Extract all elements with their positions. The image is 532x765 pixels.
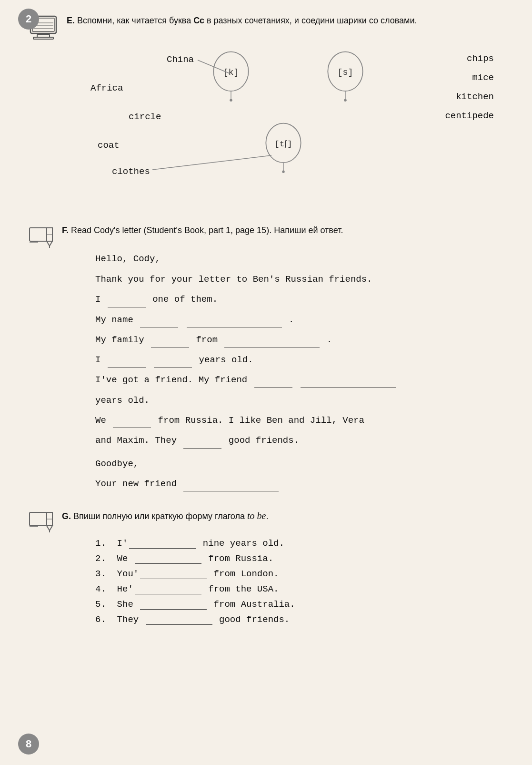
balloon-ch: [tʃ] [262,121,305,173]
balloon-k: [k] [210,50,252,102]
blank-g3[interactable] [140,571,207,579]
blank-6[interactable] [108,359,146,367]
blank-signoff[interactable] [183,483,279,491]
blank-8[interactable] [254,379,292,388]
svg-rect-21 [30,228,47,241]
word-africa: Africa [90,83,123,93]
exercise-item-6: 6. They good friends. [95,614,503,625]
blank-4[interactable] [151,339,189,347]
svg-marker-31 [47,526,52,530]
page-number-bottom: 8 [18,734,39,755]
section-g-label: G. [62,511,71,521]
blank-2[interactable] [140,319,178,327]
section-g: G. Впиши полную или краткую форму глагол… [29,509,503,625]
to-be-verb: to be [247,510,266,521]
page-number-top: 2 [18,9,39,30]
svg-line-20 [152,155,271,170]
letter-line-1: Thank you for your letter to Ben's Russi… [95,272,503,287]
svg-point-10 [230,99,232,102]
section-g-instruction: G. Впиши полную или краткую форму глагол… [62,509,503,523]
blank-7[interactable] [154,359,192,367]
section-e-label: E. [67,16,75,25]
word-kitchen: kitchen [445,88,494,107]
letter-line-5: I years old. [95,352,503,367]
svg-marker-25 [47,241,52,246]
pencil-icon-f [29,226,53,249]
balloon-area: China Africa circle coat clothes chips m… [29,45,503,207]
exercise-item-4: 4. He' from the USA. [95,584,503,594]
balloon-s: [s] [324,50,367,102]
section-g-header: G. Впиши полную или краткую форму глагол… [29,509,503,533]
section-f-label: F. [62,225,69,235]
letter-line-3: My name . [95,312,503,327]
blank-g5[interactable] [140,601,207,610]
words-right: chips mice kitchen centipede [445,50,494,126]
svg-point-14 [344,99,347,102]
blank-g2[interactable] [135,555,201,564]
blank-9[interactable] [301,379,396,388]
letter-line-9: and Maxim. They good friends. [95,433,503,448]
blank-3[interactable] [187,319,282,327]
section-f: F. Read Cody's letter (Student's Book, p… [29,224,503,491]
section-f-header: F. Read Cody's letter (Student's Book, p… [29,224,503,249]
pencil-icon-g [29,510,53,533]
exercise-item-2: 2. We from Russia. [95,553,503,564]
section-e: E. Вспомни, как читается буква Сс в разн… [29,14,503,207]
svg-text:[k]: [k] [223,68,239,78]
letter-line-6: I've got a friend. My friend [95,372,503,388]
letter-closing: Goodbye, [95,456,503,471]
blank-g1[interactable] [129,540,196,549]
section-f-instruction: F. Read Cody's letter (Student's Book, p… [62,224,503,237]
svg-rect-27 [30,512,47,526]
letter-body: Hello, Cody, Thank you for your letter t… [95,254,503,491]
blank-5[interactable] [224,339,320,347]
exercise-item-1: 1. I' nine years old. [95,538,503,549]
letter-cc: Сс [193,16,204,25]
exercise-item-5: 5. She from Australia. [95,599,503,610]
blank-g6[interactable] [146,616,212,625]
svg-text:[s]: [s] [338,68,353,78]
blank-10[interactable] [113,419,151,428]
section-e-instruction: E. Вспомни, как читается буква Сс в разн… [67,14,503,27]
letter-line-4: My family from . [95,332,503,347]
word-clothes: clothes [112,166,150,177]
blank-11[interactable] [183,440,221,449]
exercise-item-3: 3. You' from London. [95,569,503,579]
svg-rect-3 [33,37,53,39]
word-centipede: centipede [445,107,494,126]
word-china: China [167,54,194,65]
letter-line-7: years old. [95,393,503,408]
word-circle: circle [129,112,161,122]
word-mice: mice [445,69,494,88]
blank-g4[interactable] [135,586,201,594]
section-e-header: E. Вспомни, как читается буква Сс в разн… [29,14,503,40]
letter-signoff: Your new friend [95,476,503,491]
letter-greeting: Hello, Cody, [95,254,503,264]
letter-line-2: I one of them. [95,292,503,307]
svg-point-18 [282,171,285,173]
letter-line-8: We from Russia. I like Ben and Jill, Ver… [95,413,503,428]
svg-text:[tʃ]: [tʃ] [274,140,292,149]
word-chips: chips [445,50,494,69]
blank-1[interactable] [108,299,146,307]
word-coat: coat [98,140,120,151]
